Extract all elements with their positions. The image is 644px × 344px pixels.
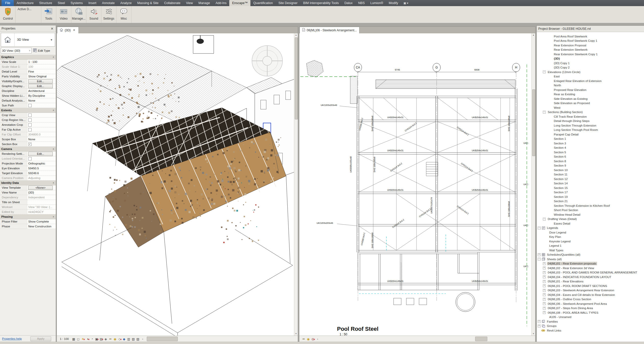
tree-item-06-ml-04-eaves-and-cill-details-to-rear-extension[interactable]: +06(ML)04 - Eaves and Cill details to Re… <box>537 293 644 297</box>
ribbon-tab-systems[interactable]: Systems <box>68 0 86 6</box>
checkbox[interactable]: ✓ <box>28 143 32 146</box>
rendering-dialog-icon[interactable]: ◔ <box>90 337 94 341</box>
ribbon-tab-bim-interoperability-tools[interactable]: BIM Interoperability Tools <box>300 0 342 6</box>
ribbon-button-video[interactable]: Video <box>56 6 71 23</box>
ribbon-tab-architecture[interactable]: Architecture <box>14 0 36 6</box>
ribbon-tab-modify[interactable]: Modify <box>386 0 401 6</box>
tree-item-a105-unnamed[interactable]: A105 - Unnamed <box>537 315 644 320</box>
edit-button[interactable]: <None> <box>28 186 53 190</box>
crop-region-off-icon[interactable]: ▤✕ <box>99 337 103 341</box>
crop-view-off-icon[interactable]: ▣✕ <box>94 337 99 341</box>
edit-type-button[interactable]: Edit Type <box>32 48 55 53</box>
checkbox[interactable] <box>28 118 32 122</box>
ribbon-tab-insert[interactable]: Insert <box>86 0 99 6</box>
ribbon-button-active-d[interactable]: Active D... <box>16 6 41 23</box>
property-value[interactable]: 1 : 100 <box>27 60 56 64</box>
tree-item-section-3[interactable]: Section 3 <box>537 141 644 146</box>
close-icon[interactable]: ✕ <box>50 27 54 31</box>
expand-icon[interactable]: + <box>543 284 546 287</box>
property-value[interactable]: Edit... <box>27 84 56 88</box>
tree-item-rear-extension-proposal[interactable]: Rear Extension Proposal <box>537 43 644 48</box>
checkbox[interactable] <box>28 123 32 127</box>
tree-item-rear-extension-steelwork[interactable]: Rear Extension Steelwork <box>537 48 644 52</box>
ribbon-tab-lumion[interactable]: Lumion® <box>368 0 386 6</box>
tree-item-enlaged-rear-elevation-of-extension[interactable]: Enlaged Rear Elevation of Extension <box>537 79 644 83</box>
tree-item-05-ml-01-rear-elevations[interactable]: +05(ML)01 - Rear Elevations <box>537 279 644 284</box>
checkbox[interactable] <box>28 104 32 107</box>
property-value[interactable]: Orthographic <box>27 161 56 166</box>
ribbon-tab-nbs[interactable]: NBS <box>355 0 368 6</box>
tree-item-wall-types[interactable]: Wall Types <box>537 248 644 253</box>
file-tab[interactable]: File <box>2 0 14 6</box>
expand-icon[interactable]: + <box>543 298 546 301</box>
tree-item-pool-area-roof-steelwork[interactable]: Pool Area Roof Steelwork <box>537 34 644 39</box>
tree-item-section-11[interactable]: Section 11 <box>537 172 644 177</box>
section-header-camera[interactable]: Camera» <box>0 147 56 152</box>
tree-item-04-ml-03-pool-and-games-room-general-arrangement[interactable]: +04(ML)03 - POOL AND GAMES ROOM GENERAL … <box>537 270 644 275</box>
properties-help-link[interactable]: Properties help <box>2 337 22 340</box>
scroll-up-icon[interactable]: ▲ <box>532 33 535 37</box>
property-value[interactable]: Architectural <box>27 89 56 93</box>
property-value[interactable]: None <box>27 98 56 103</box>
close-icon[interactable]: ✕ <box>72 29 76 32</box>
collapse-icon[interactable]: − <box>543 111 546 114</box>
scale-indicator[interactable]: 1 : 100 <box>57 337 71 340</box>
tree-item-key-plan[interactable]: Key Plan <box>537 235 644 239</box>
property-value[interactable] <box>27 200 56 204</box>
canvas-3d[interactable] <box>57 33 294 336</box>
tree-item-side-elevation-as-existing[interactable]: Side Elevation as Existing <box>537 97 644 101</box>
analytical-model-off-icon[interactable]: ◇✕ <box>117 337 122 341</box>
scroll-down-icon[interactable]: ▼ <box>294 332 298 336</box>
edit-button[interactable]: Edit... <box>28 152 53 156</box>
displacement-icon[interactable]: ▧ <box>131 337 136 341</box>
property-value[interactable]: Fine <box>27 69 56 74</box>
horizontal-scrollbar[interactable] <box>320 336 535 342</box>
tree-item-section-6[interactable]: Section 6 <box>537 155 644 159</box>
tree-item-eaves-detail[interactable]: Eaves Detail <box>537 221 644 226</box>
property-value[interactable]: {3D} <box>27 190 56 195</box>
property-value[interactable]: <None> <box>27 185 56 190</box>
property-value[interactable]: Adjusting <box>27 176 56 180</box>
property-value[interactable]: Independent <box>27 195 56 200</box>
ribbon-tab-manage[interactable]: Manage <box>196 0 213 6</box>
property-value[interactable] <box>27 118 56 122</box>
ribbon-tab-quantification[interactable]: Quantification <box>250 0 275 6</box>
property-value[interactable]: 59249.6 <box>27 171 56 175</box>
expand-icon[interactable]: + <box>543 280 546 283</box>
property-value[interactable] <box>27 156 56 161</box>
tree-item-long-section-through-extension[interactable]: Long Section Through Extension <box>537 123 644 128</box>
temporary-hide-icon[interactable]: ◉ <box>306 337 311 341</box>
tree-item-groups[interactable]: +Groups <box>537 324 644 328</box>
checkbox[interactable] <box>28 157 32 160</box>
ribbon-button-tools[interactable]: Tools <box>41 6 56 23</box>
property-value[interactable]: 304800.0 <box>27 132 56 137</box>
collapse-icon[interactable]: − <box>538 227 541 229</box>
collapse-icon[interactable]: − <box>543 71 546 73</box>
tree-item-parapet-cap-detail[interactable]: Parapet Cap Detail <box>537 132 644 137</box>
ribbon-tab-site-designer[interactable]: Site Designer <box>276 0 300 6</box>
tree-item-06-ml-07-steps-from-dining-area[interactable]: +06(ML)07 - Steps from Dining Area <box>537 306 644 311</box>
tree-item-06-ml-06-steelwork-arrangement-pool-area[interactable]: +06(ML)06 - Steelwork Arrangement Pool A… <box>537 301 644 306</box>
tree-item-section-12[interactable]: Section 12 <box>537 177 644 181</box>
tree-item-section-5[interactable]: Section 5 <box>537 150 644 155</box>
hide-isolate-icon[interactable]: ◎✕ <box>311 337 315 341</box>
ribbon-button-misc[interactable]: Misc <box>116 6 131 23</box>
tree-item-families[interactable]: +Families <box>537 319 644 324</box>
tree-item-section-1[interactable]: Section 1 <box>537 137 644 141</box>
section-header-extents[interactable]: Extents» <box>0 108 56 113</box>
collapse-icon[interactable]: − <box>538 258 541 260</box>
tree-item-keynote-legend[interactable]: Keynote Legend <box>537 239 644 244</box>
property-value[interactable]: 59450.5 <box>27 166 56 171</box>
property-value[interactable]: Edit... <box>27 152 56 156</box>
scroll-up-icon[interactable]: ▲ <box>294 33 298 37</box>
section-header-identity-data[interactable]: Identity Data» <box>0 181 56 185</box>
tree-item-06-ml-05-outline-cross-section[interactable]: +06(ML)05 - Outline Cross Section <box>537 297 644 302</box>
property-value[interactable] <box>27 103 56 108</box>
ribbon-tab-massing-site[interactable]: Massing & Site <box>135 0 161 6</box>
collapse-icon[interactable]: − <box>543 218 546 221</box>
tree-item-long-section-through-pool-room[interactable]: Long Section Through Pool Room <box>537 128 644 132</box>
tree-item-section-21[interactable]: Section 21 <box>537 199 644 204</box>
checkbox[interactable] <box>28 128 32 131</box>
reveal-constraints-icon[interactable]: ◆ <box>122 337 126 341</box>
property-value[interactable]: 100 <box>27 64 56 69</box>
